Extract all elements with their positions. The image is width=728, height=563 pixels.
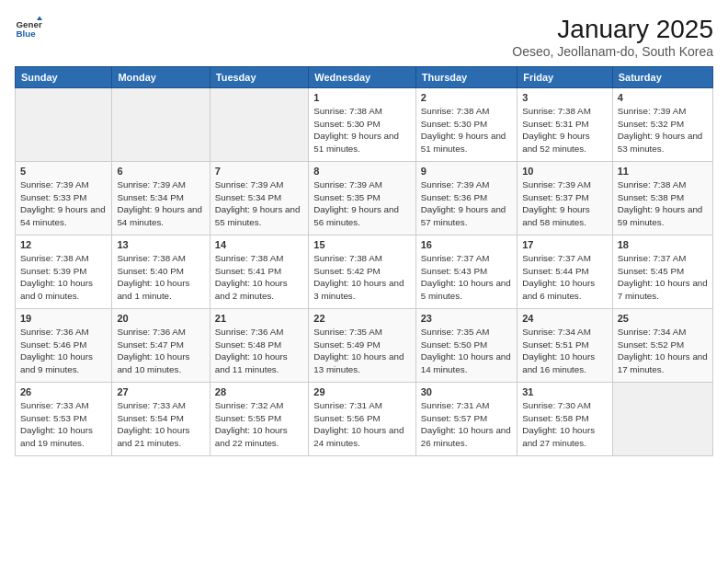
- day-info: Sunrise: 7:39 AM Sunset: 5:33 PM Dayligh…: [20, 178, 107, 229]
- day-info: Sunrise: 7:37 AM Sunset: 5:45 PM Dayligh…: [618, 252, 708, 303]
- calendar-cell: 7Sunrise: 7:39 AM Sunset: 5:34 PM Daylig…: [210, 162, 309, 236]
- calendar-cell: 3Sunrise: 7:38 AM Sunset: 5:31 PM Daylig…: [518, 88, 613, 162]
- day-info: Sunrise: 7:35 AM Sunset: 5:50 PM Dayligh…: [421, 326, 512, 376]
- day-info: Sunrise: 7:32 AM Sunset: 5:55 PM Dayligh…: [215, 399, 304, 450]
- day-info: Sunrise: 7:31 AM Sunset: 5:57 PM Dayligh…: [421, 399, 512, 450]
- day-number: 31: [522, 386, 608, 397]
- calendar-cell: 30Sunrise: 7:31 AM Sunset: 5:57 PM Dayli…: [415, 383, 517, 456]
- calendar-title: January 2025: [512, 15, 713, 44]
- day-number: 28: [215, 386, 304, 397]
- week-row-3: 12Sunrise: 7:38 AM Sunset: 5:39 PM Dayli…: [16, 236, 713, 309]
- calendar-cell: 11Sunrise: 7:38 AM Sunset: 5:38 PM Dayli…: [612, 162, 712, 236]
- calendar-cell: 21Sunrise: 7:36 AM Sunset: 5:48 PM Dayli…: [210, 309, 309, 383]
- day-info: Sunrise: 7:30 AM Sunset: 5:58 PM Dayligh…: [522, 399, 608, 450]
- day-number: 15: [313, 239, 410, 250]
- day-number: 3: [522, 92, 608, 103]
- day-info: Sunrise: 7:38 AM Sunset: 5:30 PM Dayligh…: [313, 105, 410, 155]
- svg-text:General: General: [17, 19, 43, 29]
- calendar-cell: [612, 383, 712, 456]
- day-info: Sunrise: 7:31 AM Sunset: 5:56 PM Dayligh…: [313, 399, 410, 450]
- calendar-cell: 18Sunrise: 7:37 AM Sunset: 5:45 PM Dayli…: [612, 236, 712, 309]
- day-info: Sunrise: 7:39 AM Sunset: 5:36 PM Dayligh…: [421, 178, 512, 229]
- day-number: 25: [618, 313, 708, 324]
- calendar-cell: 5Sunrise: 7:39 AM Sunset: 5:33 PM Daylig…: [16, 162, 112, 236]
- calendar-cell: 8Sunrise: 7:39 AM Sunset: 5:35 PM Daylig…: [309, 162, 415, 236]
- calendar-cell: 19Sunrise: 7:36 AM Sunset: 5:46 PM Dayli…: [16, 309, 112, 383]
- calendar-cell: 29Sunrise: 7:31 AM Sunset: 5:56 PM Dayli…: [309, 383, 415, 456]
- svg-marker-2: [37, 17, 42, 21]
- calendar-cell: 31Sunrise: 7:30 AM Sunset: 5:58 PM Dayli…: [518, 383, 613, 456]
- logo: General Blue: [15, 15, 42, 42]
- calendar-cell: 2Sunrise: 7:38 AM Sunset: 5:30 PM Daylig…: [415, 88, 517, 162]
- day-info: Sunrise: 7:37 AM Sunset: 5:43 PM Dayligh…: [421, 252, 512, 303]
- calendar-cell: 28Sunrise: 7:32 AM Sunset: 5:55 PM Dayli…: [210, 383, 309, 456]
- day-number: 29: [313, 386, 410, 397]
- day-number: 11: [618, 166, 708, 177]
- day-info: Sunrise: 7:39 AM Sunset: 5:35 PM Dayligh…: [313, 178, 410, 229]
- calendar-cell: 24Sunrise: 7:34 AM Sunset: 5:51 PM Dayli…: [518, 309, 613, 383]
- week-row-1: 1Sunrise: 7:38 AM Sunset: 5:30 PM Daylig…: [16, 88, 713, 162]
- calendar-cell: 12Sunrise: 7:38 AM Sunset: 5:39 PM Dayli…: [16, 236, 112, 309]
- calendar-cell: 15Sunrise: 7:38 AM Sunset: 5:42 PM Dayli…: [309, 236, 415, 309]
- weekday-header-monday: Monday: [112, 67, 210, 88]
- weekday-header-sunday: Sunday: [16, 67, 112, 88]
- calendar-cell: [16, 88, 112, 162]
- day-number: 6: [117, 166, 204, 177]
- calendar-cell: 4Sunrise: 7:39 AM Sunset: 5:32 PM Daylig…: [612, 88, 712, 162]
- calendar-subtitle: Oeseo, Jeollanam-do, South Korea: [512, 44, 713, 59]
- title-block: January 2025 Oeseo, Jeollanam-do, South …: [512, 15, 713, 59]
- day-number: 2: [421, 92, 512, 103]
- calendar-cell: 13Sunrise: 7:38 AM Sunset: 5:40 PM Dayli…: [112, 236, 210, 309]
- week-row-5: 26Sunrise: 7:33 AM Sunset: 5:53 PM Dayli…: [16, 383, 713, 456]
- day-info: Sunrise: 7:34 AM Sunset: 5:52 PM Dayligh…: [618, 326, 708, 376]
- calendar-cell: [210, 88, 309, 162]
- calendar-cell: 20Sunrise: 7:36 AM Sunset: 5:47 PM Dayli…: [112, 309, 210, 383]
- day-info: Sunrise: 7:36 AM Sunset: 5:47 PM Dayligh…: [117, 326, 204, 376]
- day-number: 7: [215, 166, 304, 177]
- calendar-cell: 25Sunrise: 7:34 AM Sunset: 5:52 PM Dayli…: [612, 309, 712, 383]
- day-info: Sunrise: 7:38 AM Sunset: 5:40 PM Dayligh…: [117, 252, 204, 303]
- calendar-cell: [112, 88, 210, 162]
- day-info: Sunrise: 7:38 AM Sunset: 5:42 PM Dayligh…: [313, 252, 410, 303]
- calendar-cell: 23Sunrise: 7:35 AM Sunset: 5:50 PM Dayli…: [415, 309, 517, 383]
- day-info: Sunrise: 7:39 AM Sunset: 5:34 PM Dayligh…: [117, 178, 204, 229]
- week-row-4: 19Sunrise: 7:36 AM Sunset: 5:46 PM Dayli…: [16, 309, 713, 383]
- day-number: 10: [522, 166, 608, 177]
- day-info: Sunrise: 7:38 AM Sunset: 5:41 PM Dayligh…: [215, 252, 304, 303]
- calendar-table: SundayMondayTuesdayWednesdayThursdayFrid…: [15, 66, 713, 456]
- day-number: 14: [215, 239, 304, 250]
- weekday-header-saturday: Saturday: [612, 67, 712, 88]
- day-number: 21: [215, 313, 304, 324]
- day-number: 9: [421, 166, 512, 177]
- day-info: Sunrise: 7:38 AM Sunset: 5:30 PM Dayligh…: [421, 105, 512, 155]
- day-number: 23: [421, 313, 512, 324]
- day-info: Sunrise: 7:38 AM Sunset: 5:39 PM Dayligh…: [20, 252, 107, 303]
- calendar-cell: 6Sunrise: 7:39 AM Sunset: 5:34 PM Daylig…: [112, 162, 210, 236]
- weekday-header-row: SundayMondayTuesdayWednesdayThursdayFrid…: [16, 67, 713, 88]
- day-number: 16: [421, 239, 512, 250]
- day-number: 26: [20, 386, 107, 397]
- day-info: Sunrise: 7:36 AM Sunset: 5:48 PM Dayligh…: [215, 326, 304, 376]
- day-number: 13: [117, 239, 204, 250]
- calendar-cell: 17Sunrise: 7:37 AM Sunset: 5:44 PM Dayli…: [518, 236, 613, 309]
- weekday-header-friday: Friday: [518, 67, 613, 88]
- day-number: 4: [618, 92, 708, 103]
- day-number: 8: [313, 166, 410, 177]
- day-info: Sunrise: 7:33 AM Sunset: 5:53 PM Dayligh…: [20, 399, 107, 450]
- day-info: Sunrise: 7:33 AM Sunset: 5:54 PM Dayligh…: [117, 399, 204, 450]
- day-number: 27: [117, 386, 204, 397]
- calendar-cell: 16Sunrise: 7:37 AM Sunset: 5:43 PM Dayli…: [415, 236, 517, 309]
- weekday-header-wednesday: Wednesday: [309, 67, 415, 88]
- svg-text:Blue: Blue: [17, 29, 37, 39]
- day-number: 20: [117, 313, 204, 324]
- calendar-cell: 26Sunrise: 7:33 AM Sunset: 5:53 PM Dayli…: [16, 383, 112, 456]
- week-row-2: 5Sunrise: 7:39 AM Sunset: 5:33 PM Daylig…: [16, 162, 713, 236]
- calendar-cell: 27Sunrise: 7:33 AM Sunset: 5:54 PM Dayli…: [112, 383, 210, 456]
- day-number: 22: [313, 313, 410, 324]
- logo-icon: General Blue: [15, 15, 42, 42]
- day-info: Sunrise: 7:37 AM Sunset: 5:44 PM Dayligh…: [522, 252, 608, 303]
- calendar-cell: 1Sunrise: 7:38 AM Sunset: 5:30 PM Daylig…: [309, 88, 415, 162]
- weekday-header-tuesday: Tuesday: [210, 67, 309, 88]
- day-number: 17: [522, 239, 608, 250]
- page-header: General Blue January 2025 Oeseo, Jeollan…: [15, 15, 713, 59]
